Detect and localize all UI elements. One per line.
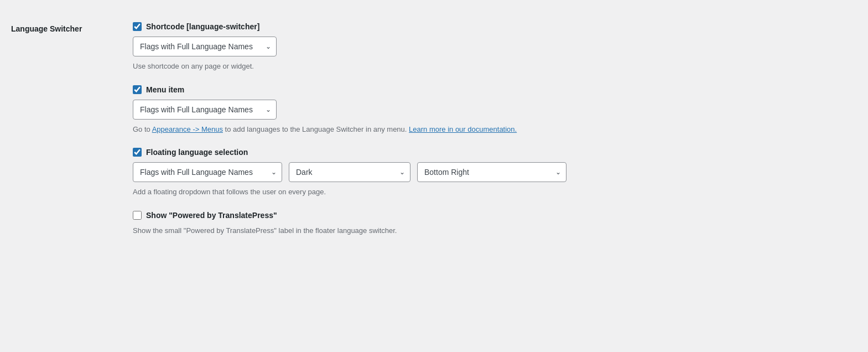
menu-item-label-text: Menu item	[146, 85, 184, 94]
menu-item-label[interactable]: Menu item	[133, 85, 857, 94]
floating-position-select-wrapper: Bottom Right Bottom Left Top Right Top L…	[417, 162, 566, 182]
shortcode-description: Use shortcode on any page or widget.	[133, 61, 857, 72]
appearance-menus-link[interactable]: Appearance -> Menus	[152, 125, 223, 133]
menu-item-select-wrapper: Flags with Full Language Names Flags Onl…	[133, 100, 277, 120]
floating-section: Floating language selection Flags with F…	[133, 148, 857, 198]
floating-style-select[interactable]: Flags with Full Language Names Flags Onl…	[133, 162, 282, 182]
floating-label[interactable]: Floating language selection	[133, 148, 857, 157]
floating-theme-select[interactable]: Dark Light	[289, 162, 410, 182]
powered-by-label-text: Show "Powered by TranslatePress"	[146, 211, 277, 220]
powered-by-section: Show "Powered by TranslatePress" Show th…	[133, 211, 857, 236]
shortcode-label[interactable]: Shortcode [language-switcher]	[133, 22, 857, 31]
menu-item-checkbox[interactable]	[133, 85, 142, 94]
floating-label-text: Floating language selection	[146, 148, 248, 157]
floating-position-select[interactable]: Bottom Right Bottom Left Top Right Top L…	[417, 162, 566, 182]
settings-section-label: Language Switcher	[11, 22, 133, 33]
menu-item-section: Menu item Flags with Full Language Names…	[133, 85, 857, 135]
shortcode-select[interactable]: Flags with Full Language Names Flags Onl…	[133, 37, 277, 56]
floating-description: Add a floating dropdown that follows the…	[133, 187, 857, 198]
shortcode-checkbox[interactable]	[133, 22, 142, 31]
powered-by-checkbox[interactable]	[133, 211, 142, 220]
shortcode-section: Shortcode [language-switcher] Flags with…	[133, 22, 857, 72]
menu-item-select[interactable]: Flags with Full Language Names Flags Onl…	[133, 100, 277, 120]
floating-style-select-wrapper: Flags with Full Language Names Flags Onl…	[133, 162, 282, 182]
powered-by-description: Show the small "Powered by TranslatePres…	[133, 225, 857, 236]
floating-selects-row: Flags with Full Language Names Flags Onl…	[133, 162, 857, 182]
learn-more-link[interactable]: Learn more in our documentation.	[409, 125, 517, 133]
shortcode-select-wrapper: Flags with Full Language Names Flags Onl…	[133, 37, 277, 56]
floating-theme-select-wrapper: Dark Light ⌄	[289, 162, 410, 182]
shortcode-label-text: Shortcode [language-switcher]	[146, 22, 259, 31]
settings-content: Shortcode [language-switcher] Flags with…	[133, 22, 857, 236]
floating-checkbox[interactable]	[133, 148, 142, 157]
powered-by-label[interactable]: Show "Powered by TranslatePress"	[133, 211, 857, 220]
menu-item-description: Go to Appearance -> Menus to add languag…	[133, 124, 857, 135]
